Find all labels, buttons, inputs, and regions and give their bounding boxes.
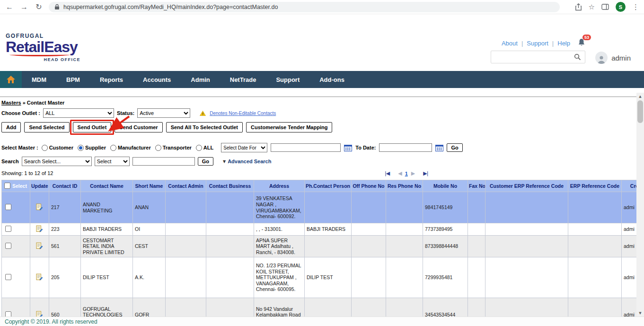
nav-item-accounts[interactable]: Accounts <box>133 71 181 88</box>
send-selected-button[interactable]: Send Selected <box>24 122 69 132</box>
from-date-input[interactable] <box>271 143 341 152</box>
nav-home-tab[interactable] <box>0 71 22 88</box>
to-date-calendar-icon[interactable] <box>435 144 443 151</box>
nav-item-add-ons[interactable]: Add-ons <box>309 71 354 88</box>
side-panel-icon[interactable] <box>601 3 609 10</box>
prev-page-icon[interactable]: ◀ <box>398 170 401 176</box>
breadcrumb-separator: » <box>23 100 26 106</box>
cell-erp-ref <box>568 257 622 298</box>
nav-item-nettrade[interactable]: NetTrade <box>220 71 266 88</box>
radio-input-manufacturer[interactable] <box>110 145 116 151</box>
help-link[interactable]: Help <box>557 40 570 47</box>
cell-contact-id: 223 <box>49 223 81 236</box>
col-header-contact-admin: Contact Admin <box>166 180 206 192</box>
about-link[interactable]: About <box>502 40 518 47</box>
radio-input-customer[interactable] <box>42 145 48 151</box>
chevron-down-icon: ▼ <box>223 159 226 164</box>
scroll-down-arrow[interactable]: ▼ <box>636 309 644 317</box>
warning-icon: ! <box>200 111 206 116</box>
send-all-to-selected-outlet-button[interactable]: Send All To Selected Outlet <box>166 122 243 132</box>
cell-contact-admin <box>166 192 206 223</box>
update-icon[interactable] <box>36 273 43 281</box>
header-search-box[interactable] <box>491 51 585 63</box>
send-customer-button[interactable]: Send Customer <box>115 122 162 132</box>
row-select-checkbox[interactable] <box>5 204 11 210</box>
to-date-input[interactable] <box>379 143 432 152</box>
browser-reload-button[interactable]: ↻ <box>34 3 44 11</box>
breadcrumb-masters-link[interactable]: Masters <box>1 100 21 106</box>
col-header-ph-contact-person: Ph.Contact Person <box>305 180 352 192</box>
master-radio-transporter[interactable]: Transporter <box>155 145 192 151</box>
row-select-checkbox[interactable] <box>5 226 11 232</box>
update-icon[interactable] <box>36 242 43 249</box>
support-link[interactable]: Support <box>527 40 548 47</box>
select-all-checkbox[interactable] <box>4 183 10 189</box>
status-select[interactable]: Active <box>137 108 190 118</box>
cell-erp-ref <box>568 223 622 236</box>
choose-outlet-select[interactable]: ALL <box>43 108 114 118</box>
search-icon[interactable] <box>574 53 581 61</box>
send-outlet-button[interactable]: Send Outlet <box>73 122 112 132</box>
to-date-label: To Date: <box>355 145 376 150</box>
current-page-number[interactable]: 1 <box>405 171 408 176</box>
date-go-button[interactable]: Go <box>447 143 462 152</box>
cell-short-name: OI <box>133 223 166 236</box>
search-input[interactable] <box>132 157 195 166</box>
address-bar[interactable]: hqsupermarket.gofrugal.com/RayMedi_HQ/ma… <box>49 2 560 12</box>
vertical-scrollbar[interactable]: ▲ ▼ <box>636 93 644 317</box>
non-editable-note-link[interactable]: Denotes Non-Editable Contacts <box>210 111 276 116</box>
scroll-up-arrow[interactable]: ▲ <box>636 93 644 100</box>
last-page-icon[interactable]: ▶| <box>423 170 428 176</box>
from-date-calendar-icon[interactable] <box>344 144 352 151</box>
bookmark-star-icon[interactable]: ☆ <box>589 3 595 11</box>
scrollbar-thumb[interactable] <box>637 100 643 123</box>
first-page-icon[interactable]: |◀ <box>385 170 389 176</box>
next-page-icon[interactable]: ▶ <box>411 170 415 176</box>
cell-res-phone <box>386 192 423 223</box>
update-icon[interactable] <box>36 225 43 232</box>
search-operator-select[interactable]: Select <box>95 157 130 166</box>
cell-off-phone <box>352 257 386 298</box>
app-header: GOFRUGAL RetailEasy HEAD OFFICE About | … <box>0 31 644 71</box>
cell-ph-contact-person <box>305 192 352 223</box>
cell-off-phone <box>352 236 386 257</box>
cell-fax <box>468 257 485 298</box>
master-radio-all[interactable]: ALL <box>196 145 213 151</box>
search-go-button[interactable]: Go <box>198 157 213 166</box>
notification-bell[interactable]: 53 <box>578 38 585 48</box>
select-date-for-select[interactable]: Select Date For <box>221 143 267 152</box>
row-select-checkbox[interactable] <box>5 274 11 280</box>
radio-input-transporter[interactable] <box>155 145 161 151</box>
cell-address: , , - 313001. <box>254 223 305 236</box>
nav-item-bpm[interactable]: BPM <box>56 71 90 88</box>
cell-res-phone <box>386 236 423 257</box>
row-select-checkbox[interactable] <box>5 243 11 249</box>
share-icon[interactable] <box>575 3 582 11</box>
cell-contact-name: CESTOMART RETAIL INDIA PRIVATE LIMITED <box>81 236 133 257</box>
cell-mobile: 873398844448 <box>423 236 468 257</box>
master-radio-customer[interactable]: Customer <box>42 145 73 151</box>
radio-input-supplier[interactable] <box>78 145 84 151</box>
cell-created: admi <box>622 192 637 223</box>
customerwise-tender-mapping-button[interactable]: Customerwise Tender Mapping <box>246 122 332 132</box>
cell-short-name: A.K. <box>133 257 166 298</box>
browser-menu-icon[interactable]: ⋮ <box>632 3 639 11</box>
search-field-select[interactable]: Search Select... <box>22 157 92 166</box>
browser-chrome: ← → ↻ hqsupermarket.gofrugal.com/RayMedi… <box>0 0 644 14</box>
nav-item-reports[interactable]: Reports <box>90 71 133 88</box>
nav-item-mdm[interactable]: MDM <box>22 71 56 88</box>
cell-contact-admin <box>166 257 206 298</box>
radio-input-all[interactable] <box>196 145 202 151</box>
browser-forward-button[interactable]: → <box>19 3 29 11</box>
header-user[interactable]: admin <box>595 52 631 64</box>
browser-back-button[interactable]: ← <box>5 3 14 11</box>
update-icon[interactable] <box>36 203 43 211</box>
browser-profile-avatar[interactable]: S <box>616 2 626 12</box>
nav-item-support[interactable]: Support <box>266 71 309 88</box>
advanced-search-link[interactable]: ▼ Advanced Search <box>223 159 271 164</box>
master-radio-supplier[interactable]: Supplier <box>78 145 106 151</box>
master-radio-manufacturer[interactable]: Manufacturer <box>110 145 151 151</box>
add-button[interactable]: Add <box>1 122 21 132</box>
nav-item-admin[interactable]: Admin <box>181 71 220 88</box>
gofrugal-logo: GOFRUGAL RetailEasy HEAD OFFICE <box>6 33 80 62</box>
